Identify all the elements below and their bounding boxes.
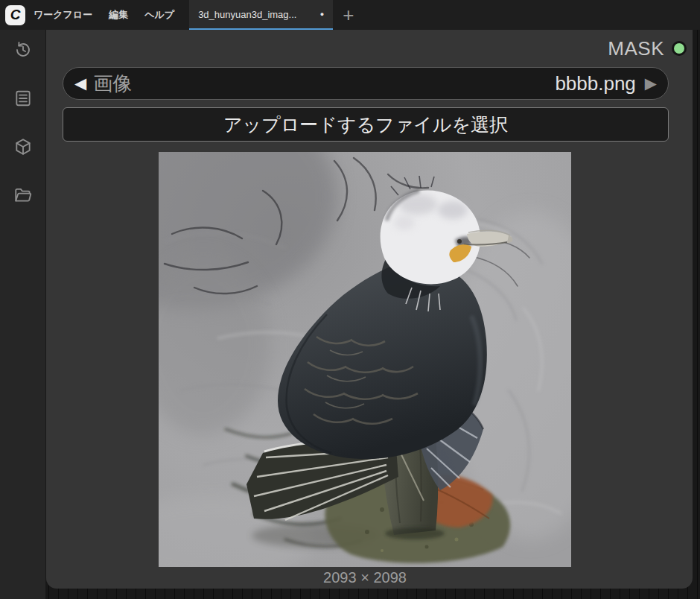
- model-library-icon: [13, 137, 33, 156]
- mask-output-label: MASK: [608, 37, 664, 60]
- image-dimensions: 2093 × 2098: [159, 568, 571, 586]
- sidebar-queue-log-button[interactable]: [12, 87, 34, 110]
- bird-photo: [159, 152, 571, 567]
- sidebar-workflows-button[interactable]: [12, 184, 34, 206]
- app-logo-letter: C: [10, 7, 21, 23]
- prev-image-arrow-icon[interactable]: ◀: [74, 75, 86, 92]
- load-image-node-panel[interactable]: MASK ◀ 画像 bbbb.png ▶ アップロードするファイルを選択: [46, 30, 693, 589]
- mask-output-port[interactable]: [672, 41, 687, 56]
- sidebar-history-button[interactable]: [12, 39, 34, 61]
- menu-help[interactable]: ヘルプ: [136, 0, 182, 30]
- unsaved-changes-dot-icon[interactable]: ●: [320, 0, 324, 29]
- image-selector-label: 画像: [93, 71, 555, 97]
- next-image-arrow-icon[interactable]: ▶: [645, 75, 657, 92]
- new-workflow-tab-button[interactable]: +: [343, 1, 354, 28]
- image-selector-widget[interactable]: ◀ 画像 bbbb.png ▶: [63, 67, 669, 100]
- upload-file-button[interactable]: アップロードするファイルを選択: [63, 107, 669, 142]
- workflow-tab-label: 3d_hunyuan3d_imag...: [198, 9, 313, 20]
- sidebar-model-library-button[interactable]: [12, 136, 34, 158]
- app-logo[interactable]: C: [5, 5, 25, 25]
- image-selector-value: bbbb.png: [555, 72, 635, 95]
- queue-log-icon: [13, 89, 33, 108]
- workflows-folder-icon: [13, 186, 33, 205]
- node-output-row: MASK: [46, 36, 693, 61]
- sidebar: [0, 30, 45, 599]
- image-preview[interactable]: [159, 152, 571, 567]
- menu-workflow[interactable]: ワークフロー: [25, 0, 101, 30]
- workflow-tab-active[interactable]: 3d_hunyuan3d_imag... ●: [189, 0, 333, 30]
- history-icon: [13, 40, 33, 60]
- menu-edit[interactable]: 編集: [101, 0, 136, 30]
- menubar: C ワークフロー 編集 ヘルプ 3d_hunyuan3d_imag... ● +: [0, 0, 700, 30]
